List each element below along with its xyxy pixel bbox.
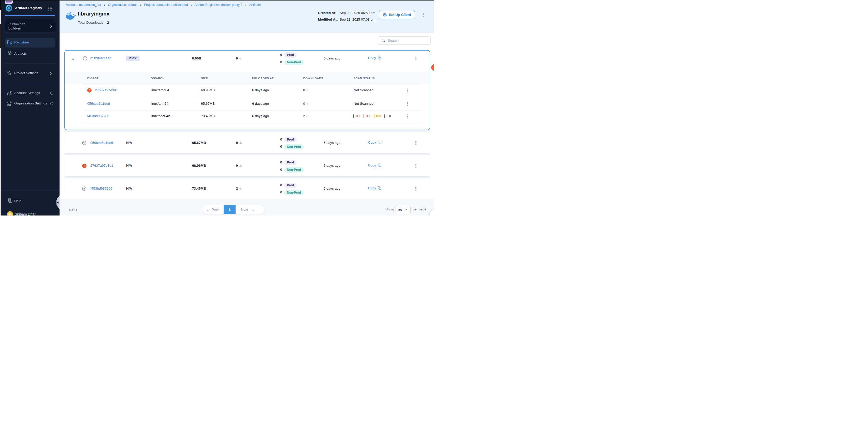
svg-text:?: ? [9,199,10,201]
